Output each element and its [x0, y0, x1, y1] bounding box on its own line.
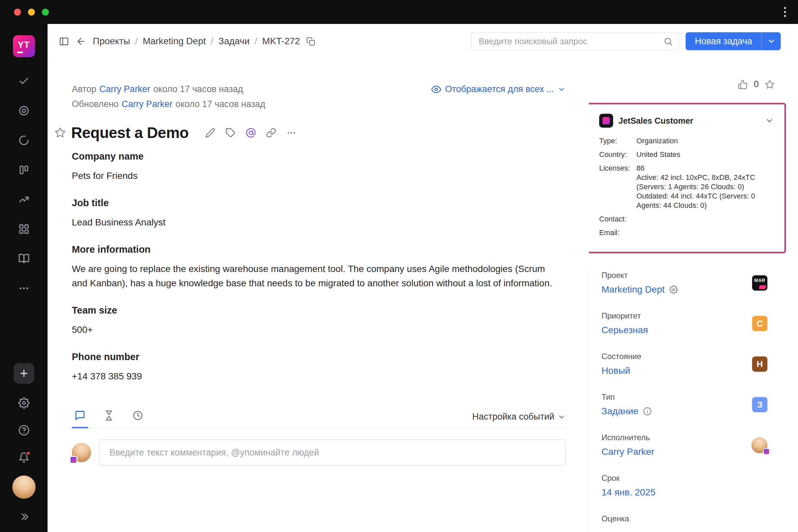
- copy-icon: [306, 37, 315, 46]
- widget-row-email: Email:: [599, 228, 774, 238]
- tag-icon[interactable]: [225, 128, 236, 138]
- minimize-window-button[interactable]: [28, 8, 35, 16]
- field-label: Приоритет: [602, 311, 752, 321]
- section-heading: Job title: [72, 197, 566, 208]
- widget-label: Country:: [599, 150, 636, 159]
- assignee-avatar[interactable]: [752, 437, 767, 453]
- field-project: Проект Marketing Dept MAR: [602, 271, 767, 295]
- field-assignee-value[interactable]: Carry Parker: [602, 446, 654, 457]
- widget-collapse-icon[interactable]: [765, 116, 774, 125]
- widget-value: Organization: [636, 136, 760, 146]
- zoom-window-button[interactable]: [42, 8, 49, 16]
- copy-issue-id-icon[interactable]: [306, 37, 315, 46]
- widget-header: JetSales Customer: [599, 114, 774, 128]
- sidebar-nav: [15, 72, 33, 298]
- events-settings-button[interactable]: Настройка событий: [472, 412, 566, 428]
- widget-licenses-value: 86 Active: 42 incl. 10xPC, 8xDB, 24xTC (…: [636, 164, 760, 210]
- sidebar-item-reports[interactable]: [15, 131, 33, 150]
- main-region: Проекты / Marketing Dept / Задачи / MKT-…: [48, 24, 798, 532]
- issue-column: Автор Carry Parker около 17 часов назад …: [48, 58, 589, 532]
- updated-label: Обновлено: [72, 99, 119, 109]
- panel-toggle-icon: [59, 36, 69, 46]
- chevron-down-icon: [767, 37, 776, 45]
- chevrons-right-icon: [18, 511, 30, 522]
- widget-row-type: Type: Organization: [599, 136, 774, 146]
- tab-time-tracking[interactable]: [130, 410, 146, 428]
- widget-value: United States: [636, 150, 760, 159]
- sidebar-item-dashboards[interactable]: [15, 220, 33, 239]
- author-link[interactable]: Carry Parker: [99, 84, 150, 94]
- expand-sidebar-icon[interactable]: [15, 507, 33, 526]
- sidebar-item-issues[interactable]: [15, 72, 33, 91]
- star-count: 0: [754, 79, 759, 90]
- state-badge[interactable]: Н: [752, 357, 767, 372]
- sidebar-item-kanban[interactable]: [15, 160, 33, 179]
- close-window-button[interactable]: [14, 8, 21, 16]
- clock-icon: [132, 410, 143, 421]
- sidebar-item-insights[interactable]: [15, 190, 33, 209]
- comment-row: [72, 440, 566, 466]
- window-menu-icon[interactable]: [784, 7, 786, 17]
- field-state: Состояние Новый Н: [602, 352, 767, 376]
- field-estimate: Оценка: [602, 514, 767, 524]
- favorite-star-icon[interactable]: [55, 127, 66, 138]
- field-priority: Приоритет Серьезная С: [602, 311, 767, 336]
- kanban-icon: [18, 164, 30, 175]
- more-actions-icon[interactable]: [286, 128, 297, 138]
- priority-badge[interactable]: С: [752, 316, 767, 331]
- tab-comments[interactable]: [72, 410, 88, 428]
- new-task-dropdown-button[interactable]: [761, 32, 781, 50]
- search-input[interactable]: [471, 33, 679, 50]
- type-badge[interactable]: З: [752, 397, 767, 412]
- project-avatar[interactable]: MAR: [752, 275, 767, 291]
- notifications-bell-icon[interactable]: [15, 448, 33, 467]
- new-task-button[interactable]: Новая задача: [686, 32, 761, 50]
- help-icon[interactable]: [15, 421, 33, 440]
- breadcrumb-separator: /: [135, 36, 138, 46]
- tab-history[interactable]: [101, 410, 117, 428]
- widget-label: Licenses:: [599, 164, 636, 173]
- field-type-value[interactable]: Задание: [602, 406, 639, 417]
- user-avatar[interactable]: [12, 475, 36, 499]
- search-box: [471, 33, 679, 50]
- avatar-app-badge: [70, 456, 77, 464]
- visibility-control[interactable]: Отображается для всех ...: [431, 84, 566, 94]
- link-icon[interactable]: [266, 128, 276, 138]
- comment-user-avatar: [72, 443, 91, 462]
- main-header: Проекты / Marketing Dept / Задачи / MKT-…: [48, 24, 798, 58]
- breadcrumb-issue-id[interactable]: MKT-272: [262, 36, 300, 46]
- section-heading: Team size: [72, 305, 566, 316]
- search-icon[interactable]: [663, 37, 673, 46]
- breadcrumb-project[interactable]: Marketing Dept: [142, 36, 206, 46]
- type-info-icon[interactable]: [643, 407, 652, 416]
- breadcrumb-separator: /: [255, 36, 258, 46]
- comment-input[interactable]: [99, 440, 566, 466]
- edit-pencil-icon[interactable]: [205, 128, 215, 138]
- field-state-value[interactable]: Новый: [602, 365, 630, 376]
- breadcrumb-projects[interactable]: Проекты: [93, 36, 130, 46]
- widget-row-licenses: Licenses: 86 Active: 42 incl. 10xPC, 8xD…: [599, 164, 774, 210]
- field-label: Срок: [602, 474, 767, 483]
- settings-gear-icon[interactable]: [15, 394, 33, 412]
- youtrack-logo[interactable]: YT: [13, 35, 35, 57]
- author-row: Автор Carry Parker около 17 часов назад …: [72, 82, 566, 97]
- mention-at-icon[interactable]: [246, 128, 256, 138]
- back-button[interactable]: [76, 36, 86, 46]
- youtrack-logo-text: YT: [18, 40, 30, 50]
- sidebar-item-more[interactable]: [15, 279, 33, 298]
- field-label: Оценка: [602, 514, 767, 524]
- sidebar-item-knowledge-base[interactable]: [15, 249, 33, 268]
- star-button-icon[interactable]: [765, 79, 775, 90]
- field-due-date-value[interactable]: 14 янв. 2025: [602, 487, 656, 498]
- like-thumb-icon[interactable]: [738, 79, 748, 90]
- breadcrumb-tasks[interactable]: Задачи: [218, 36, 250, 46]
- updated-user-link[interactable]: Carry Parker: [122, 99, 173, 109]
- create-issue-button[interactable]: [14, 363, 34, 384]
- project-settings-gear-icon[interactable]: [669, 285, 678, 294]
- field-project-value[interactable]: Marketing Dept: [602, 284, 665, 295]
- spinner-icon: [18, 135, 30, 146]
- sidebar-item-agile-boards[interactable]: [15, 101, 33, 120]
- toggle-panel-icon[interactable]: [59, 36, 69, 46]
- field-assignee: Исполнитель Carry Parker: [602, 433, 767, 457]
- field-priority-value[interactable]: Серьезная: [602, 324, 648, 336]
